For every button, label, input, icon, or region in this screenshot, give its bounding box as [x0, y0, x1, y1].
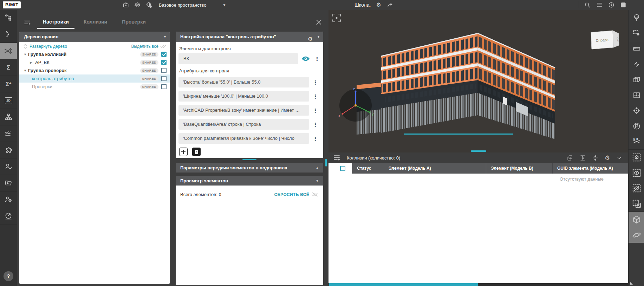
elements-input[interactable]: ВК [178, 53, 298, 64]
reset-all-link[interactable]: СБРОСИТЬ ВСЁ [274, 192, 318, 197]
toolbar-sum-add[interactable]: Σ+ [0, 76, 17, 92]
tab-settings[interactable]: Настройки [37, 16, 74, 29]
share-icon[interactable] [386, 1, 393, 8]
node-checkbox[interactable] [161, 52, 167, 57]
attribute-value[interactable]: 'ArchiCAD Properties/В зону' имеет значе… [178, 105, 309, 116]
resize-grip[interactable] [471, 150, 486, 152]
scrollbar-thumb[interactable] [329, 283, 478, 286]
duplicate-icon[interactable] [567, 155, 573, 161]
toolbar-view-2d[interactable]: 2D [0, 92, 17, 109]
expanded-caret-icon[interactable]: ▼ [23, 69, 27, 72]
tree-node-collision-group[interactable]: ▼ Группа коллизий SHARED [19, 50, 170, 58]
tool-show-element[interactable] [629, 165, 644, 181]
tool-isolate-element[interactable] [629, 149, 644, 165]
tasks-list-icon[interactable] [596, 1, 603, 8]
attribute-value[interactable]: 'Ширина' меньше '100.0' | Меньше 100.0 [178, 91, 309, 102]
tool-section-box[interactable] [629, 72, 644, 87]
node-checkbox[interactable] [161, 60, 167, 65]
expanded-caret-icon[interactable]: ▼ [23, 53, 27, 56]
copy-attributes-button[interactable] [192, 148, 201, 156]
column-guid-a[interactable]: GUID элемента (Модель А) [552, 163, 628, 174]
app-logo[interactable]: BiMiT [3, 1, 21, 8]
chevron-down-icon[interactable] [616, 155, 623, 161]
node-checkbox[interactable] [161, 76, 167, 81]
tool-select-region[interactable] [629, 25, 644, 41]
column-status[interactable]: Статус [352, 163, 384, 174]
add-attribute-button[interactable] [179, 148, 188, 156]
toolbar-plugins[interactable] [0, 142, 17, 158]
fit-screen-icon[interactable] [331, 13, 342, 23]
select-all-checkbox[interactable] [340, 166, 345, 171]
expand-vertical-icon[interactable] [579, 155, 586, 161]
search-icon[interactable] [584, 1, 591, 8]
collisions-menu-icon[interactable] [333, 155, 341, 161]
visibility-eye-icon[interactable] [301, 55, 310, 62]
expand-tree-link[interactable]: Развернуть дерево [30, 44, 67, 49]
settings-gear-icon[interactable]: ⚙ [376, 2, 381, 8]
briefcase-icon[interactable] [122, 1, 129, 8]
attribute-value[interactable]: 'Высота' больше '55.0' | Больше 55.0 [178, 77, 309, 87]
rule-gear-icon[interactable]: ⚙ [308, 34, 313, 44]
tool-section-axes[interactable]: 12 [629, 134, 644, 149]
tool-locate[interactable] [629, 103, 644, 118]
tree-node-checks[interactable]: Проверки SHARED [19, 83, 170, 91]
tool-clear-selection[interactable] [629, 196, 644, 212]
help-button[interactable]: ? [4, 271, 13, 281]
panel-menu-icon[interactable] [24, 19, 32, 25]
attribute-value[interactable]: 'Common parameters/Привязка к Зоне' числ… [178, 133, 309, 144]
kebab-menu-icon[interactable]: ⋮ [313, 80, 318, 85]
tree-node-ar-vk[interactable]: ▶ АР_ВК SHARED [19, 58, 170, 66]
kebab-menu-icon[interactable]: ⋮ [313, 108, 318, 113]
toolbar-select-branch[interactable] [0, 26, 17, 43]
select-all-link[interactable]: Выделить всё [131, 44, 158, 49]
close-icon[interactable] [316, 19, 322, 25]
column-element-a[interactable]: Элемент (Модель А) [384, 163, 486, 174]
toolbar-graphs[interactable] [0, 125, 17, 142]
tool-flag-marker[interactable] [629, 118, 644, 134]
tool-hide-element[interactable] [629, 181, 644, 196]
node-checkbox[interactable] [161, 84, 167, 89]
config-scrollbar[interactable] [325, 159, 327, 167]
view-elements-section-header[interactable]: Просмотр элементов ▼ [176, 176, 323, 186]
tool-environment[interactable] [629, 10, 644, 25]
toolbar-sum-rules[interactable]: Σ [0, 59, 17, 76]
collapsed-caret-icon[interactable]: ▶ [29, 61, 33, 64]
node-checkbox[interactable] [161, 68, 167, 73]
toolbar-export-model[interactable] [0, 175, 17, 191]
tree-node-attribute-control[interactable]: контроль атрибутов SHARED [19, 74, 170, 83]
transfer-section-header[interactable]: Параметры передачи элементов в подправил… [176, 163, 323, 173]
tool-clash-flash[interactable] [629, 57, 644, 72]
tab-collisions[interactable]: Коллизии [78, 16, 113, 29]
resize-grip-icon[interactable] [630, 282, 633, 285]
tool-floor-plan[interactable] [629, 87, 644, 103]
column-element-b[interactable]: Элемент (Модель В) [486, 163, 552, 174]
notifications-icon[interactable] [608, 1, 615, 8]
navigation-cube[interactable]: Справа Сни [591, 31, 620, 49]
toolbar-user-location[interactable] [0, 191, 17, 208]
double-check-icon[interactable] [160, 44, 167, 49]
viewport-3d[interactable]: z x y Справа Сни [328, 10, 628, 286]
workspace-globe-icon[interactable] [145, 1, 152, 8]
panel-resize-handle[interactable] [242, 159, 256, 160]
rule-tree-header[interactable]: Дерево правил ▾ [19, 32, 170, 42]
chevron-down-icon[interactable]: ▾ [318, 32, 319, 42]
kebab-menu-icon[interactable]: ⋮ [314, 56, 320, 61]
tree-node-check-group[interactable]: ▼ Группа проверок SHARED [19, 66, 170, 74]
tool-shaded-view[interactable] [629, 212, 644, 227]
attribute-value[interactable]: 'BaseQuantities/Area' строка | Строка [178, 119, 309, 130]
tool-ruler[interactable] [629, 41, 644, 57]
kebab-menu-icon[interactable]: ⋮ [313, 94, 318, 99]
tool-orbit-view[interactable] [629, 227, 644, 243]
toolbar-structure[interactable] [0, 109, 17, 125]
kebab-menu-icon[interactable]: ⋮ [313, 122, 318, 127]
kebab-menu-icon[interactable]: ⋮ [313, 136, 318, 141]
toolbar-clash-rules[interactable] [0, 43, 17, 59]
toolbar-dashboard[interactable] [0, 208, 17, 225]
team-icon[interactable] [134, 1, 141, 8]
collapse-rows-icon[interactable] [592, 155, 599, 161]
toolbar-user-check[interactable] [0, 158, 17, 175]
table-settings-icon[interactable]: ⚙ [605, 155, 610, 161]
toolbar-model-tree[interactable] [0, 10, 17, 26]
tab-checks[interactable]: Проверки [116, 16, 151, 29]
workspace-select[interactable]: Базовое пространство ▼ [159, 0, 226, 10]
